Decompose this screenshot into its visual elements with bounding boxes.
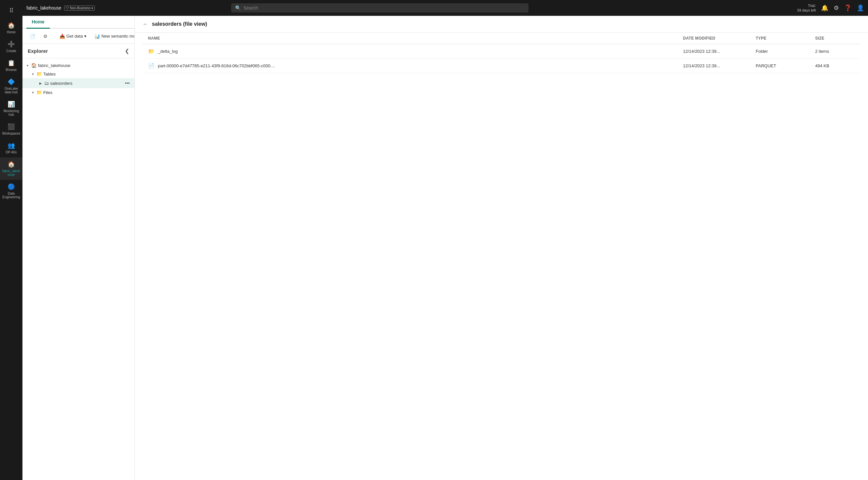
nav-item-browse[interactable]: 📋 Browse [0,56,23,75]
trial-info: Trial: 59 days left [797,3,816,13]
more-options-button[interactable]: ••• [123,80,132,87]
new-semantic-model-button[interactable]: 📊 New semantic model [91,32,135,41]
get-data-chevron-icon: ▾ [84,34,87,39]
badge: 🛡 Non-Business ▾ [64,6,95,10]
top-bar-right: Trial: 59 days left 🔔 ⚙ ❓ 👤 [797,3,864,13]
get-data-icon: 📥 [59,34,65,39]
explorer-header: Explorer ❮ [23,44,134,58]
main-panel: ← salesorders (file view) Name Date modi… [135,16,868,480]
home-icon: 🏠 [8,22,15,29]
settings-icon[interactable]: ⚙ [834,4,839,11]
nav-item-data-engineering[interactable]: 🔵 Data Engineering [0,180,23,202]
table-icon: 🗂 [44,80,49,86]
folder-icon: 📁 [36,90,42,95]
search-input-wrap[interactable]: 🔍 [231,3,528,12]
fabric-lakehouse-icon: 🏠 [8,161,15,168]
dp60x-icon: 👥 [8,142,15,149]
waffle-icon: ⠿ [9,7,13,14]
data-engineering-icon: 🔵 [8,183,15,190]
search-icon: 🔍 [235,5,241,10]
new-item-icon: 📄 [30,34,35,39]
explorer-title: Explorer [28,48,48,54]
nav-item-monitoring[interactable]: 📊 Monitoring hub [0,97,23,120]
nav-rail: ⠿ 🏠 Home ➕ Create 📋 Browse 🔷 OneLake dat… [0,0,23,480]
top-bar: fabric_lakehouse 🛡 Non-Business ▾ 🔍 Tria… [23,0,868,16]
tree-item-salesorders[interactable]: ▶ 🗂 salesorders ••• [23,78,134,88]
nav-item-onelake[interactable]: 🔷 OneLake data hub [0,75,23,97]
panel-header: ← salesorders (file view) [135,16,868,33]
main-area: fabric_lakehouse 🛡 Non-Business ▾ 🔍 Tria… [23,0,868,480]
new-item-button[interactable]: 📄 [26,32,39,41]
app-name: fabric_lakehouse 🛡 Non-Business ▾ [26,5,95,10]
file-icon: 📄 [148,63,155,69]
browse-icon: 📋 [8,59,15,67]
settings-icon: ⚙ [43,34,48,39]
get-data-button[interactable]: 📥 Get data ▾ [56,32,90,41]
back-button[interactable]: ← [143,21,148,27]
content-area: Home 📄 ⚙ 📥 Get data ▾ 📊 New seman [23,16,868,480]
waffle-menu[interactable]: ⠿ [0,3,23,19]
nav-tabs: Home [23,16,134,29]
nav-item-workspaces[interactable]: ⬛ Workspaces [0,120,23,139]
chevron-down-icon: ▾ [25,64,30,67]
search-bar: 🔍 [231,3,528,12]
account-icon[interactable]: 👤 [857,4,864,11]
tree-item-files[interactable]: ▾ 📁 Files [23,88,134,97]
monitoring-icon: 📊 [8,101,15,108]
chevron-right-icon: ▶ [38,81,43,85]
chevron-down-icon: ▾ [30,72,35,76]
nav-item-create[interactable]: ➕ Create [0,37,23,56]
search-input[interactable] [243,5,525,10]
shield-icon: 🛡 [66,6,69,10]
badge-label: Non-Business [70,6,91,10]
tab-home[interactable]: Home [26,16,50,29]
collapse-button[interactable]: ❮ [125,48,129,54]
nav-item-dp60x[interactable]: 👥 DP-60x [0,139,23,157]
table-row[interactable]: 📁 _delta_log 12/14/2023 12:39... Folder … [143,44,860,59]
chevron-down-icon: ▾ [30,91,35,94]
notifications-icon[interactable]: 🔔 [821,4,828,11]
panel-title: salesorders (file view) [152,21,207,27]
table-row[interactable]: 📄 part-00000-e7d47785-e211-43f9-816d-06c… [143,59,860,73]
new-semantic-icon: 📊 [94,34,100,39]
tree-item-tables[interactable]: ▾ 📁 Tables [23,70,134,78]
nav-item-fabric-lakehouse[interactable]: 🏠 fabric_lakeh ouse [0,157,23,180]
onelake-icon: 🔷 [8,78,15,85]
file-table: Name Date modified Type Size 📁 _delta_lo… [135,33,868,480]
sidebar: Home 📄 ⚙ 📥 Get data ▾ 📊 New seman [23,16,135,480]
file-name-cell: 📄 part-00000-e7d47785-e211-43f9-816d-06c… [148,63,683,69]
toolbar: 📄 ⚙ 📥 Get data ▾ 📊 New semantic model 📓 [23,29,134,44]
nav-item-home[interactable]: 🏠 Home [0,19,23,37]
create-icon: ➕ [8,41,15,48]
folder-icon: 📁 [36,71,42,76]
folder-icon: 📁 [148,48,155,55]
help-icon[interactable]: ❓ [844,4,851,11]
badge-chevron-icon: ▾ [92,6,93,10]
file-table-header: Name Date modified Type Size [143,33,860,44]
lakehouse-icon: 🏠 [31,63,37,68]
settings-button[interactable]: ⚙ [40,32,51,41]
explorer-tree: ▾ 🏠 fabric_lakehouse ▾ 📁 Tables ▶ 🗂 sale… [23,58,134,480]
app-name-label: fabric_lakehouse [26,5,61,10]
file-name-cell: 📁 _delta_log [148,48,683,55]
tree-item-fabric-lakehouse[interactable]: ▾ 🏠 fabric_lakehouse [23,61,134,70]
workspaces-icon: ⬛ [8,123,15,130]
